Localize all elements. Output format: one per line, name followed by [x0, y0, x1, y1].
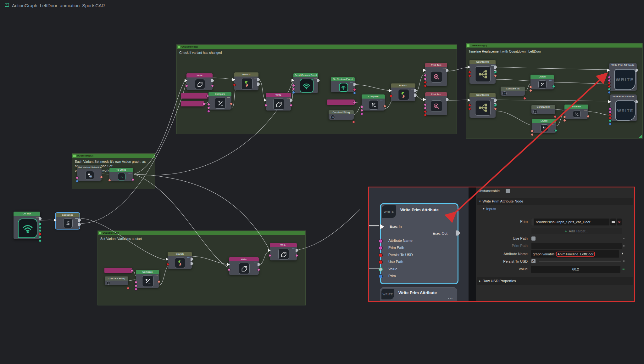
node-write-4[interactable]: Write•••: [270, 243, 297, 260]
group-header[interactable]: OGBackdrop(5): [466, 43, 642, 48]
input-pin[interactable]: [360, 105, 363, 108]
input-pin[interactable]: [608, 85, 611, 88]
input-pin[interactable]: [108, 179, 111, 182]
output-pin[interactable]: [130, 269, 133, 272]
output-pin[interactable]: [131, 178, 134, 181]
pin-prim-path[interactable]: [379, 246, 383, 250]
input-pin[interactable]: [166, 263, 169, 266]
input-pin[interactable]: [292, 84, 295, 87]
input-pin[interactable]: [609, 122, 612, 125]
output-pin[interactable]: [353, 92, 356, 94]
node-header[interactable]: Write: [270, 243, 297, 247]
input-pin[interactable]: [135, 281, 137, 284]
node-header[interactable]: Send Custom Event: [293, 73, 318, 77]
node-header[interactable]: Write: [229, 257, 259, 261]
input-pin[interactable]: [531, 133, 534, 136]
node-countdown-1[interactable]: Countdown•••: [469, 60, 496, 84]
node-header[interactable]: Write Prim Attr Node: [609, 63, 637, 67]
node-get-var-bar-2[interactable]: [181, 101, 204, 106]
node-on-custom-event[interactable]: On Custom Event•••: [331, 77, 355, 92]
output-pin[interactable]: [230, 102, 233, 105]
input-pin[interactable]: [360, 109, 363, 112]
node-write-1[interactable]: Write•••: [186, 73, 213, 90]
node-header[interactable]: Divide: [532, 119, 556, 123]
output-pin[interactable]: [494, 104, 497, 107]
node-get-var-bar-1[interactable]: [181, 93, 208, 99]
output-pin[interactable]: [494, 107, 497, 110]
group-header[interactable]: OGBackdrop(2): [72, 154, 155, 158]
exec-out-pin[interactable]: [456, 230, 460, 236]
input-pin[interactable]: [424, 84, 427, 87]
output-pin[interactable]: [257, 268, 260, 271]
input-pin[interactable]: [609, 107, 612, 110]
input-pin[interactable]: [563, 116, 566, 118]
node-header[interactable]: Branch: [168, 252, 192, 256]
output-pin[interactable]: [554, 115, 557, 118]
group-header[interactable]: OGBackdrop(3): [98, 231, 305, 235]
node-get-var-bar-4[interactable]: [104, 268, 132, 273]
exec-out-pin[interactable]: [78, 223, 81, 226]
node-header[interactable]: Compare: [362, 94, 385, 99]
input-pin[interactable]: [609, 113, 612, 116]
node-header[interactable]: Constant String: [105, 276, 128, 281]
pin-persist-to-usd[interactable]: [379, 253, 383, 257]
node-header[interactable]: Sequence: [56, 213, 80, 217]
node-divide-2[interactable]: Divide•••: [532, 119, 556, 133]
input-pin[interactable]: [424, 110, 427, 113]
node-write-prim-attribute-2[interactable]: WRITE Write Prim Attribute •••: [380, 287, 457, 301]
node-write-3[interactable]: Write•••: [229, 257, 259, 275]
input-pin[interactable]: [468, 107, 471, 110]
remove-target-button[interactable]: ✕: [617, 219, 622, 225]
output-pin[interactable]: [203, 103, 205, 105]
input-pin[interactable]: [269, 254, 271, 257]
node-print-text-1[interactable]: Print Text•••: [425, 63, 447, 86]
input-pin[interactable]: [264, 104, 267, 107]
exec-in-pin[interactable]: [423, 98, 426, 101]
input-pin[interactable]: [608, 82, 611, 85]
input-pin[interactable]: [468, 71, 471, 74]
node-header[interactable]: On Tick: [14, 212, 40, 216]
node-header[interactable]: Branch: [234, 72, 258, 77]
input-pin[interactable]: [424, 107, 427, 110]
output-pin[interactable]: [494, 74, 497, 77]
folder-button[interactable]: [610, 219, 616, 225]
node-branch-2[interactable]: Branch•••: [391, 83, 415, 101]
section-raw-usd-properties[interactable]: ▸ Raw USD Properties: [477, 277, 633, 285]
exec-in-pin[interactable]: [468, 65, 470, 69]
input-pin[interactable]: [135, 288, 137, 291]
node-countdown-2[interactable]: Countdown•••: [469, 93, 496, 118]
node-constant-int-2[interactable]: Constant Int1: [531, 105, 555, 114]
exec-out-pin[interactable]: [78, 219, 81, 222]
node-constant-int-1[interactable]: Constant Int1: [501, 87, 525, 96]
input-pin[interactable]: [292, 88, 295, 90]
node-write-prim-attribute-big[interactable]: Write Prim AttributeWRITE: [610, 94, 637, 121]
node-branch-1[interactable]: Branch•••: [234, 72, 258, 90]
output-pin[interactable]: [100, 176, 103, 179]
inset-node-view[interactable]: WRITE Write Prim Attribute ••• Exec In E…: [369, 187, 469, 301]
node-get-var-bar-3[interactable]: [327, 100, 355, 105]
node-subtract-1[interactable]: Subtract•••: [564, 105, 588, 119]
node-header[interactable]: Compare: [136, 270, 159, 274]
node-send-custom-event[interactable]: Send Custom Event•••: [293, 73, 318, 93]
input-pin[interactable]: [360, 112, 363, 115]
input-pin[interactable]: [424, 77, 427, 80]
input-pin[interactable]: [608, 79, 611, 82]
output-pin[interactable]: [554, 129, 557, 132]
node-to-string[interactable]: To Stringfx•••: [109, 168, 133, 181]
exec-in-pin[interactable]: [268, 249, 271, 252]
node-header[interactable]: Print Text: [425, 63, 447, 67]
more-options-icon[interactable]: •••: [448, 214, 454, 218]
node-write-prim-attribute-detail[interactable]: WRITE Write Prim Attribute ••• Exec In E…: [380, 203, 458, 284]
input-pin[interactable]: [424, 74, 427, 77]
input-pin[interactable]: [207, 110, 210, 113]
exec-in-pin[interactable]: [264, 99, 267, 102]
node-header[interactable]: On Custom Event: [331, 77, 355, 81]
node-compare-3[interactable]: Compare•••: [136, 270, 159, 288]
output-pin[interactable]: [39, 233, 42, 236]
node-header[interactable]: Write: [186, 73, 213, 77]
node-divide-1[interactable]: Divide•••: [530, 75, 554, 89]
node-write-2[interactable]: Write•••: [266, 93, 291, 111]
exec-in-pin[interactable]: [389, 89, 392, 92]
input-pin[interactable]: [76, 176, 79, 179]
input-pin[interactable]: [228, 268, 230, 271]
